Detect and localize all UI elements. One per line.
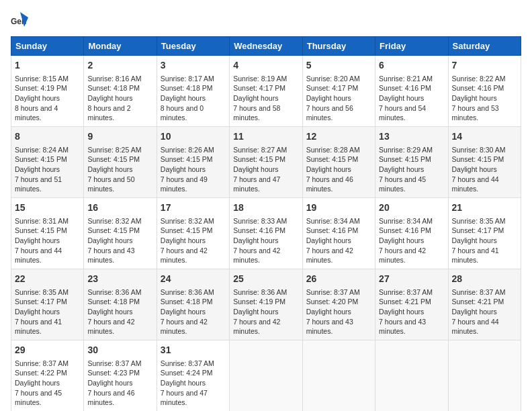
day-number: 25 <box>233 273 298 286</box>
daylight-value: 7 hours and 50 minutes. <box>87 175 152 194</box>
calendar-header-monday: Monday <box>84 37 157 56</box>
calendar-header-sunday: Sunday <box>11 37 84 56</box>
calendar-cell: 16Sunrise: 8:32 AMSunset: 4:15 PMDayligh… <box>84 198 157 269</box>
daylight-value: 7 hours and 44 minutes. <box>15 246 80 265</box>
daylight-label: Daylight hours <box>15 378 80 388</box>
sunrise-text: Sunrise: 8:37 AM <box>306 287 371 298</box>
sunset-text: Sunset: 4:16 PM <box>379 226 444 236</box>
calendar-cell <box>375 340 448 411</box>
day-number: 24 <box>161 273 226 286</box>
day-number: 28 <box>452 273 517 286</box>
logo-icon: Gen <box>11 11 30 30</box>
daylight-label: Daylight hours <box>161 165 226 175</box>
sunset-text: Sunset: 4:20 PM <box>306 297 371 307</box>
daylight-value: 7 hours and 46 minutes. <box>306 175 371 194</box>
daylight-label: Daylight hours <box>15 236 80 246</box>
day-number: 15 <box>15 201 80 215</box>
day-number: 10 <box>161 130 226 144</box>
calendar-week-row: 22Sunrise: 8:35 AMSunset: 4:17 PMDayligh… <box>11 269 521 340</box>
daylight-value: 7 hours and 53 minutes. <box>452 103 517 123</box>
daylight-label: Daylight hours <box>452 93 517 103</box>
sunrise-text: Sunrise: 8:17 AM <box>161 74 226 84</box>
daylight-value: 7 hours and 45 minutes. <box>15 388 80 408</box>
calendar-header-friday: Friday <box>375 37 448 56</box>
daylight-label: Daylight hours <box>379 236 444 246</box>
day-number: 27 <box>379 273 444 286</box>
daylight-label: Daylight hours <box>233 93 298 103</box>
daylight-label: Daylight hours <box>15 165 80 175</box>
calendar-header-wednesday: Wednesday <box>230 37 302 56</box>
calendar-cell: 25Sunrise: 8:36 AMSunset: 4:19 PMDayligh… <box>230 269 302 340</box>
sunrise-text: Sunrise: 8:37 AM <box>379 287 444 298</box>
calendar-cell: 12Sunrise: 8:28 AMSunset: 4:15 PMDayligh… <box>302 127 375 198</box>
daylight-label: Daylight hours <box>306 165 371 175</box>
sunset-text: Sunset: 4:24 PM <box>161 368 226 378</box>
day-number: 19 <box>306 201 371 215</box>
daylight-label: Daylight hours <box>379 165 444 175</box>
sunrise-text: Sunrise: 8:36 AM <box>233 287 298 298</box>
calendar-cell: 19Sunrise: 8:34 AMSunset: 4:16 PMDayligh… <box>302 198 375 269</box>
calendar-cell: 1Sunrise: 8:15 AMSunset: 4:19 PMDaylight… <box>11 56 84 127</box>
day-number: 7 <box>452 59 517 73</box>
daylight-label: Daylight hours <box>306 307 371 317</box>
calendar-cell: 7Sunrise: 8:22 AMSunset: 4:16 PMDaylight… <box>448 56 521 127</box>
daylight-value: 7 hours and 42 minutes. <box>87 317 152 336</box>
daylight-label: Daylight hours <box>87 307 152 317</box>
daylight-label: Daylight hours <box>233 165 298 175</box>
sunset-text: Sunset: 4:15 PM <box>15 226 80 236</box>
daylight-label: Daylight hours <box>87 93 152 103</box>
page-header: Gen <box>11 11 521 30</box>
daylight-value: 7 hours and 44 minutes. <box>452 175 517 194</box>
daylight-label: Daylight hours <box>161 307 226 317</box>
day-number: 20 <box>379 201 444 215</box>
calendar-cell: 30Sunrise: 8:37 AMSunset: 4:23 PMDayligh… <box>84 340 157 411</box>
sunrise-text: Sunrise: 8:15 AM <box>15 74 80 84</box>
daylight-value: 7 hours and 44 minutes. <box>452 317 517 336</box>
sunset-text: Sunset: 4:15 PM <box>379 154 444 165</box>
day-number: 26 <box>306 273 371 286</box>
sunset-text: Sunset: 4:15 PM <box>306 154 371 165</box>
daylight-label: Daylight hours <box>15 307 80 317</box>
calendar-cell: 28Sunrise: 8:37 AMSunset: 4:21 PMDayligh… <box>448 269 521 340</box>
daylight-label: Daylight hours <box>452 165 517 175</box>
calendar-cell: 10Sunrise: 8:26 AMSunset: 4:15 PMDayligh… <box>157 127 229 198</box>
sunset-text: Sunset: 4:18 PM <box>87 297 152 307</box>
daylight-label: Daylight hours <box>306 93 371 103</box>
sunset-text: Sunset: 4:15 PM <box>15 154 80 165</box>
sunset-text: Sunset: 4:17 PM <box>233 83 298 93</box>
daylight-value: 7 hours and 58 minutes. <box>233 103 298 123</box>
daylight-label: Daylight hours <box>233 307 298 317</box>
day-number: 13 <box>379 130 444 144</box>
daylight-value: 7 hours and 46 minutes. <box>87 388 152 408</box>
calendar-week-row: 29Sunrise: 8:37 AMSunset: 4:22 PMDayligh… <box>11 340 521 411</box>
daylight-label: Daylight hours <box>161 378 226 388</box>
calendar-cell <box>302 340 375 411</box>
calendar-cell: 20Sunrise: 8:34 AMSunset: 4:16 PMDayligh… <box>375 198 448 269</box>
daylight-value: 7 hours and 42 minutes. <box>233 246 298 265</box>
calendar-week-row: 1Sunrise: 8:15 AMSunset: 4:19 PMDaylight… <box>11 56 521 127</box>
calendar-cell: 4Sunrise: 8:19 AMSunset: 4:17 PMDaylight… <box>230 56 302 127</box>
sunrise-text: Sunrise: 8:33 AM <box>233 216 298 226</box>
calendar-cell: 29Sunrise: 8:37 AMSunset: 4:22 PMDayligh… <box>11 340 84 411</box>
calendar-cell <box>230 340 302 411</box>
calendar-cell: 31Sunrise: 8:37 AMSunset: 4:24 PMDayligh… <box>157 340 229 411</box>
calendar-cell: 5Sunrise: 8:20 AMSunset: 4:17 PMDaylight… <box>302 56 375 127</box>
daylight-value: 7 hours and 47 minutes. <box>161 388 226 408</box>
sunrise-text: Sunrise: 8:28 AM <box>306 145 371 155</box>
sunrise-text: Sunrise: 8:32 AM <box>87 216 152 226</box>
sunset-text: Sunset: 4:16 PM <box>233 226 298 236</box>
daylight-value: 7 hours and 47 minutes. <box>233 175 298 194</box>
sunset-text: Sunset: 4:16 PM <box>379 83 444 93</box>
sunset-text: Sunset: 4:17 PM <box>15 297 80 307</box>
sunset-text: Sunset: 4:21 PM <box>452 297 517 307</box>
sunrise-text: Sunrise: 8:21 AM <box>379 74 444 84</box>
sunset-text: Sunset: 4:21 PM <box>379 297 444 307</box>
day-number: 21 <box>452 201 517 215</box>
daylight-label: Daylight hours <box>379 307 444 317</box>
daylight-label: Daylight hours <box>15 93 80 103</box>
calendar-header-saturday: Saturday <box>448 37 521 56</box>
calendar-cell: 15Sunrise: 8:31 AMSunset: 4:15 PMDayligh… <box>11 198 84 269</box>
logo: Gen <box>11 11 32 30</box>
sunset-text: Sunset: 4:18 PM <box>161 83 226 93</box>
day-number: 11 <box>233 130 298 144</box>
